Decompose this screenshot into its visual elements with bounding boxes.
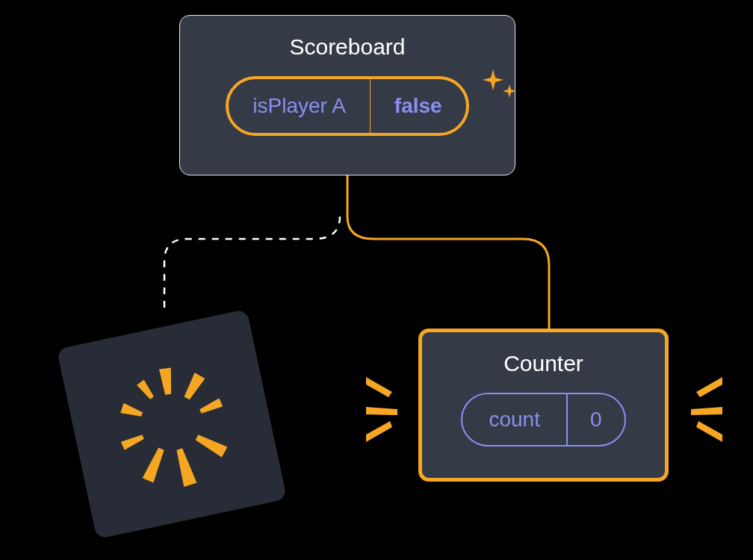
svg-marker-9: [366, 377, 392, 397]
svg-marker-12: [696, 377, 722, 397]
scoreboard-prop-pill: isPlayer A false: [226, 76, 468, 136]
counter-title: Counter: [503, 351, 583, 376]
scoreboard-title: Scoreboard: [289, 34, 405, 60]
svg-marker-0: [159, 368, 174, 396]
state-name: count: [462, 394, 568, 445]
prop-name: isPlayer A: [229, 79, 371, 133]
counter-state-pill: count 0: [461, 393, 625, 447]
svg-marker-3: [194, 432, 228, 458]
svg-marker-7: [120, 403, 143, 420]
prop-value: false: [371, 79, 466, 133]
svg-marker-2: [199, 398, 223, 415]
svg-marker-4: [173, 447, 197, 487]
emphasis-burst-right-icon: [670, 366, 722, 458]
svg-marker-11: [366, 421, 392, 442]
svg-marker-14: [696, 421, 722, 442]
svg-marker-6: [121, 433, 145, 450]
svg-marker-10: [366, 407, 397, 415]
svg-marker-8: [137, 379, 155, 400]
emphasis-burst-left-icon: [366, 366, 418, 458]
counter-component: Counter count 0: [418, 329, 669, 482]
sparkle-icon: [480, 66, 521, 111]
svg-marker-13: [691, 407, 722, 415]
destroyed-component: [57, 309, 287, 539]
state-value: 0: [568, 394, 625, 445]
svg-marker-1: [182, 373, 205, 401]
svg-marker-5: [143, 447, 167, 483]
burst-icon: [57, 309, 287, 539]
scoreboard-component: Scoreboard isPlayer A false: [179, 15, 515, 175]
